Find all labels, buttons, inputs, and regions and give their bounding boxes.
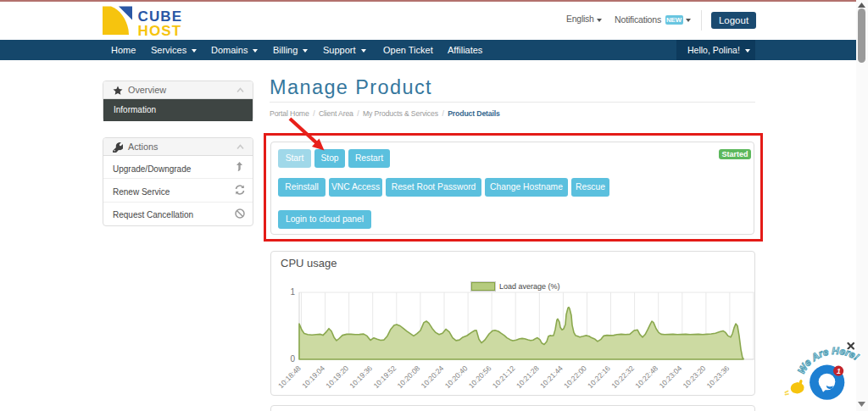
svg-text:10:22:00: 10:22:00 <box>562 364 588 390</box>
svg-text:10:23:04: 10:23:04 <box>657 364 683 390</box>
svg-text:10:18:48: 10:18:48 <box>276 364 303 390</box>
svg-text:10:22:16: 10:22:16 <box>586 364 612 390</box>
svg-text:10:20:24: 10:20:24 <box>420 364 446 390</box>
svg-text:10:22:48: 10:22:48 <box>633 364 659 390</box>
svg-text:10:21:28: 10:21:28 <box>515 364 541 390</box>
svg-text:0: 0 <box>290 354 295 364</box>
svg-text:10:21:44: 10:21:44 <box>538 364 565 390</box>
svg-text:1: 1 <box>837 367 841 375</box>
svg-text:10:20:08: 10:20:08 <box>396 364 422 390</box>
svg-text:10:19:36: 10:19:36 <box>348 364 374 390</box>
svg-text:10:20:56: 10:20:56 <box>467 364 493 390</box>
svg-text:1: 1 <box>290 287 295 297</box>
svg-text:10:19:20: 10:19:20 <box>324 364 350 390</box>
svg-text:10:23:36: 10:23:36 <box>705 364 732 390</box>
svg-text:10:19:04: 10:19:04 <box>300 364 326 390</box>
svg-text:HOST: HOST <box>138 23 182 39</box>
svg-text:10:19:52: 10:19:52 <box>371 364 398 390</box>
svg-text:10:22:32: 10:22:32 <box>609 364 636 390</box>
svg-text:10:23:20: 10:23:20 <box>682 364 708 390</box>
svg-text:10:20:40: 10:20:40 <box>443 364 470 390</box>
svg-text:10:21:12: 10:21:12 <box>491 364 517 390</box>
